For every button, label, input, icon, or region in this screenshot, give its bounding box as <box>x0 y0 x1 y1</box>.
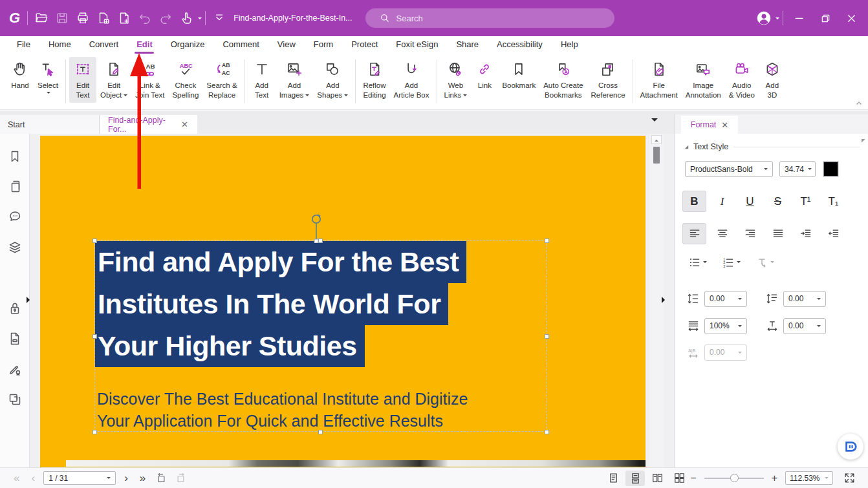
first-page-button[interactable]: « <box>8 472 25 485</box>
font-family-select[interactable]: ProductSans-Bold <box>685 161 773 177</box>
character-spacing-select[interactable]: 0.00 <box>783 318 826 334</box>
fullscreen-icon[interactable] <box>840 471 859 486</box>
view-mode-continuous-button[interactable] <box>625 471 645 486</box>
ribbon-image-annotation-button[interactable]: ImageAnnotation <box>682 57 725 103</box>
font-color-swatch[interactable] <box>823 162 838 176</box>
avatar[interactable] <box>754 8 774 28</box>
ribbon-search-replace-button[interactable]: ABACSearch &Replace <box>202 57 241 103</box>
ribbon-link-button[interactable]: Link <box>471 57 498 93</box>
close-button[interactable] <box>838 8 864 28</box>
menu-view[interactable]: View <box>268 36 305 54</box>
font-size-select[interactable]: 34.74 <box>779 161 816 177</box>
ribbon-reflow-editing-button[interactable]: ReflowEditing <box>359 57 389 103</box>
menu-form[interactable]: Form <box>305 36 342 54</box>
menu-edit[interactable]: Edit <box>127 36 162 54</box>
rotate-text-button[interactable] <box>750 251 779 273</box>
line-spacing-select[interactable]: 0.00 <box>704 291 747 307</box>
ribbon-audio-video-button[interactable]: Audio& Video <box>725 57 759 103</box>
menu-share[interactable]: Share <box>447 36 488 54</box>
ai-assistant-button[interactable] <box>838 434 863 460</box>
view-mode-single-page-button[interactable] <box>603 471 623 486</box>
indent-increase-button[interactable] <box>794 223 818 244</box>
sidebar-item-split-view[interactable] <box>6 392 23 409</box>
underline-button[interactable]: U <box>738 191 762 212</box>
print-icon[interactable] <box>72 8 93 28</box>
ribbon-add-text-button[interactable]: AddText <box>248 57 276 103</box>
touch-select-icon[interactable] <box>176 8 197 28</box>
previous-view-icon[interactable] <box>151 471 171 486</box>
tab-document[interactable]: Find-and-Apply-For... ✕ <box>100 115 197 134</box>
align-left-button[interactable] <box>682 223 706 244</box>
ribbon-select-button[interactable]: Select <box>34 57 62 98</box>
selection-handle[interactable] <box>318 430 323 434</box>
word-spacing-select[interactable]: 0.00 <box>704 345 747 361</box>
align-center-button[interactable] <box>710 223 734 244</box>
prev-page-button[interactable]: ‹ <box>25 472 41 485</box>
ribbon-cross-reference-button[interactable]: CrossReference <box>587 57 629 103</box>
ribbon-add-shapes-button[interactable]: AddShapes <box>313 57 352 103</box>
sidebar-item-layers[interactable] <box>6 240 23 257</box>
account-caret[interactable] <box>776 17 779 21</box>
selection-handle[interactable] <box>545 430 549 434</box>
sidebar-item-security[interactable] <box>6 301 23 318</box>
pdf-page[interactable]: Find and Apply For the BestInstitutes In… <box>40 136 646 467</box>
next-view-icon[interactable] <box>171 471 190 486</box>
open-folder-icon[interactable] <box>31 8 52 28</box>
ribbon-add-images-button[interactable]: AddImages <box>276 57 314 103</box>
selected-heading-textblock[interactable]: Find and Apply For the BestInstitutes In… <box>95 241 466 367</box>
menu-convert[interactable]: Convert <box>80 36 128 54</box>
horizontal-scale-select[interactable]: 100% <box>704 318 747 334</box>
page-number-select[interactable]: 1 / 31 <box>43 471 116 485</box>
menu-help[interactable]: Help <box>552 36 587 54</box>
sidebar-item-bookmarks[interactable] <box>6 149 23 166</box>
panel-expand-handle[interactable] <box>662 297 668 303</box>
search-input[interactable]: Search <box>365 8 614 28</box>
sidebar-item-signatures[interactable] <box>6 362 23 379</box>
tab-format[interactable]: Format ✕ <box>681 116 738 134</box>
sidebar-item-destinations[interactable] <box>6 332 23 348</box>
selection-handle[interactable] <box>92 239 97 243</box>
tab-start[interactable]: Start <box>0 115 100 134</box>
ribbon-hand-button[interactable]: Hand <box>6 57 34 93</box>
selection-handle[interactable] <box>92 334 97 339</box>
menu-protect[interactable]: Protect <box>342 36 387 54</box>
ribbon-edit-object-button[interactable]: EditObject <box>96 57 131 103</box>
ribbon-check-spelling-button[interactable]: ABCCheckSpelling <box>168 57 202 103</box>
save-icon[interactable] <box>52 8 72 28</box>
menu-accessibility[interactable]: Accessibility <box>488 36 552 54</box>
strikethrough-button[interactable]: S <box>766 191 790 212</box>
subtext-block[interactable]: Discover The Best Educational Institute … <box>97 388 468 432</box>
ribbon-auto-create-bookmarks-button[interactable]: AAuto CreateBookmarks <box>539 57 587 103</box>
subscript-button[interactable]: T₁ <box>821 191 845 212</box>
restore-button[interactable] <box>812 8 838 28</box>
ribbon-link-join-text-button[interactable]: ABLink &Join Text <box>131 57 168 103</box>
collapse-ribbon-icon[interactable] <box>855 98 863 110</box>
redo-icon[interactable] <box>155 8 176 28</box>
ribbon-web-links-button[interactable]: WebLinks <box>440 57 472 103</box>
numbered-list-button[interactable]: 123 <box>716 251 746 273</box>
selection-handle[interactable] <box>545 239 549 243</box>
superscript-button[interactable]: T¹ <box>794 191 818 212</box>
next-page-button[interactable]: › <box>118 472 134 485</box>
ribbon-edit-text-button[interactable]: EditText <box>69 57 96 103</box>
ribbon-file-attachment-button[interactable]: FileAttachment <box>636 57 682 103</box>
ribbon-bookmark-button[interactable]: Bookmark <box>498 57 539 93</box>
italic-button[interactable]: I <box>710 191 734 212</box>
bullet-list-button[interactable] <box>682 251 712 273</box>
sidebar-item-pages[interactable] <box>6 180 23 196</box>
new-page-icon[interactable] <box>114 8 135 28</box>
tab-close-icon[interactable]: ✕ <box>180 120 190 129</box>
zoom-slider[interactable] <box>704 478 764 479</box>
menu-organize[interactable]: Organize <box>162 36 214 54</box>
scroll-up-button[interactable] <box>651 135 662 144</box>
indent-decrease-button[interactable] <box>821 223 845 244</box>
collapse-toolbar-icon[interactable] <box>209 8 230 28</box>
undo-icon[interactable] <box>135 8 155 28</box>
menu-home[interactable]: Home <box>39 36 80 54</box>
paragraph-spacing-select[interactable]: 0.00 <box>783 291 826 307</box>
zoom-level-select[interactable]: 112.53% <box>785 471 833 485</box>
ribbon-add-article-box-button[interactable]: AddArticle Box <box>390 57 433 103</box>
zoom-out-button[interactable]: − <box>689 472 697 484</box>
menu-foxit-esign[interactable]: Foxit eSign <box>387 36 447 54</box>
sidebar-item-attachments[interactable] <box>6 271 23 288</box>
